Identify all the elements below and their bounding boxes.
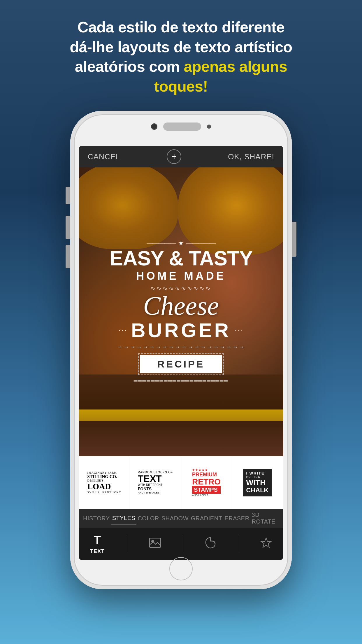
text-icon: T bbox=[94, 533, 101, 547]
cancel-button[interactable]: CANCEL bbox=[88, 152, 120, 161]
wavy-decoration: ∿∿∿∿∿∿∿∿∿∿ bbox=[150, 285, 212, 292]
toolbar-history[interactable]: HISTORY bbox=[82, 513, 111, 524]
image-icon bbox=[149, 538, 161, 550]
bottom-toolbar: HISTORY STYLES COLOR SHADOW GRADIENT ERA… bbox=[79, 509, 283, 528]
style-item-1[interactable]: IMAGINARY FARM STILLING CO. D MILLER'S L… bbox=[79, 456, 130, 509]
front-camera bbox=[151, 123, 157, 130]
nav-favorites[interactable] bbox=[260, 537, 272, 551]
toolbar-color[interactable]: COLOR bbox=[136, 513, 160, 524]
style-selector: IMAGINARY FARM STILLING CO. D MILLER'S L… bbox=[79, 456, 283, 509]
star-decoration: ★ bbox=[147, 239, 215, 247]
nav-divider-3 bbox=[238, 535, 238, 553]
volume-down-button bbox=[66, 245, 70, 268]
style2-text: RANDOM BLOCKS OF TEXT WITH DIFFERENT FON… bbox=[138, 471, 173, 494]
bottom-nav: T TEXT bbox=[79, 528, 283, 560]
double-line-decoration: ══════════════════════ bbox=[134, 378, 229, 384]
header-highlight: apenas alguns bbox=[184, 58, 287, 75]
style-item-3[interactable]: ★★★★★ PREMIUM RETRO STAMPS AND LABELS bbox=[181, 456, 232, 509]
toolbar-styles[interactable]: STYLES bbox=[111, 512, 137, 524]
toolbar-shadow[interactable]: SHADOW bbox=[160, 513, 190, 524]
style1-text: IMAGINARY FARM STILLING CO. D MILLER'S L… bbox=[87, 471, 122, 494]
style3-text: ★★★★★ PREMIUM RETRO STAMPS AND LABELS bbox=[192, 468, 221, 497]
nav-divider-1 bbox=[127, 535, 127, 553]
style-item-4[interactable]: I WRITE BETTER WITH CHALK bbox=[232, 456, 283, 509]
add-button[interactable]: + bbox=[167, 149, 181, 164]
volume-up-button bbox=[66, 216, 70, 239]
recipe-banner: RECIPE bbox=[140, 355, 222, 373]
toolbar-3d-rotate[interactable]: 3D ROTATE bbox=[251, 509, 280, 527]
text-overlay: ★ EASY & TASTY HOME MADE ∿∿∿∿∿∿∿∿∿∿ Chee… bbox=[79, 167, 283, 456]
mute-button bbox=[66, 187, 70, 204]
svg-rect-0 bbox=[150, 538, 161, 547]
nav-sticker[interactable] bbox=[205, 537, 216, 551]
phone-screen: CANCEL + OK, SHARE! ★ EASY & TASTY bbox=[79, 146, 283, 560]
header-line3: aleatórios com bbox=[75, 58, 184, 75]
nav-text-label: TEXT bbox=[90, 548, 105, 554]
power-button bbox=[292, 222, 296, 257]
cheese-text: Cheese bbox=[143, 293, 219, 319]
top-bar: CANCEL + OK, SHARE! bbox=[79, 146, 283, 167]
style4-text: I WRITE BETTER WITH CHALK bbox=[243, 469, 272, 496]
dots-decoration: ··· BURGER ··· bbox=[119, 320, 243, 340]
header-line2: dá-lhe layouts de texto artístico bbox=[70, 38, 292, 55]
nav-divider-2 bbox=[183, 535, 183, 553]
image-canvas[interactable]: ★ EASY & TASTY HOME MADE ∿∿∿∿∿∿∿∿∿∿ Chee… bbox=[79, 167, 283, 456]
ok-share-button[interactable]: OK, SHARE! bbox=[228, 152, 274, 161]
header-line1: Cada estilo de texto diferente bbox=[78, 19, 284, 36]
phone-top-area bbox=[151, 123, 211, 131]
phone-shell: CANCEL + OK, SHARE! ★ EASY & TASTY bbox=[70, 111, 292, 589]
toolbar-gradient[interactable]: GRADIENT bbox=[190, 513, 223, 524]
star-icon bbox=[260, 537, 272, 551]
home-button[interactable] bbox=[169, 557, 193, 580]
home-made-text: HOME MADE bbox=[136, 270, 226, 282]
background: Cada estilo de texto diferente dá-lhe la… bbox=[0, 0, 362, 644]
nav-text[interactable]: T TEXT bbox=[90, 533, 105, 554]
phone-mockup: CANCEL + OK, SHARE! ★ EASY & TASTY bbox=[70, 111, 292, 589]
toolbar-eraser[interactable]: ERASER bbox=[223, 513, 250, 524]
sticker-icon bbox=[205, 537, 216, 551]
arrow-decoration: →→→→→→→→→→→→→→→→→→→→ bbox=[117, 344, 245, 350]
nav-image[interactable] bbox=[149, 538, 161, 550]
header-text: Cada estilo de texto diferente dá-lhe la… bbox=[46, 0, 316, 108]
burger-text: BURGER bbox=[131, 320, 231, 340]
phone-speaker bbox=[163, 123, 201, 131]
header-line4: toques! bbox=[154, 78, 208, 95]
proximity-sensor bbox=[207, 125, 211, 129]
easy-tasty-text: EASY & TASTY bbox=[109, 248, 252, 269]
style-item-2[interactable]: RANDOM BLOCKS OF TEXT WITH DIFFERENT FON… bbox=[130, 456, 181, 509]
